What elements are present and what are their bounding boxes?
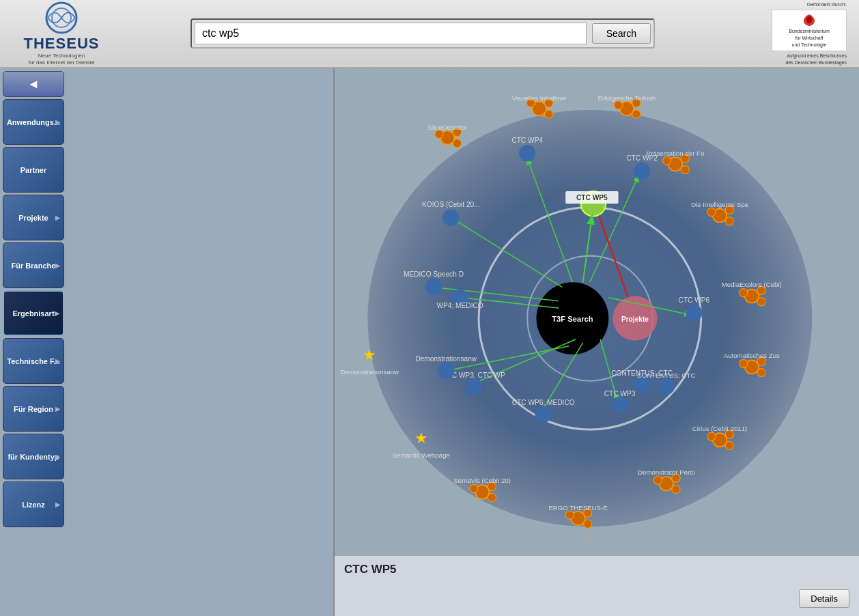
- back-button[interactable]: ◄: [3, 71, 64, 97]
- svg-text:Demonstrationsanw: Demonstrationsanw: [341, 368, 399, 376]
- filter-btn-ergebnisart[interactable]: Ergebnisart ▶: [3, 290, 64, 336]
- header: THESEUS Neue Technologienfür das Interne…: [0, 0, 859, 68]
- search-wrapper: Search: [191, 18, 655, 48]
- filter-column-2: SEUS Projektergebnis: [3, 529, 81, 616]
- sponsor-area: Gefördert durch: Bundesministerium für W…: [729, 1, 852, 66]
- filter-btn-partner[interactable]: Partner: [3, 147, 64, 193]
- arrow-right-icon: ▶: [55, 453, 60, 460]
- arrow-right-icon: ▶: [55, 501, 60, 508]
- filter-btn-technische[interactable]: Technische F... ▶: [3, 338, 64, 384]
- svg-point-33: [466, 378, 482, 395]
- svg-point-62: [681, 165, 689, 173]
- arrow-right-icon: ▶: [55, 358, 60, 365]
- svg-point-2: [806, 16, 812, 23]
- svg-text:T3F Search: T3F Search: [552, 315, 593, 323]
- logo-subtitle: Neue Technologienfür das Internet der Di…: [29, 53, 95, 66]
- svg-text:Demonstrationsanw: Demonstrationsanw: [415, 355, 477, 363]
- svg-text:★: ★: [414, 430, 428, 447]
- svg-text:SemaVis (Cebit 20): SemaVis (Cebit 20): [453, 477, 511, 484]
- info-title: CTC WP5: [344, 563, 849, 576]
- sponsor-beschluss1: aufgrund eines Beschlusses: [729, 53, 847, 59]
- svg-point-25: [519, 145, 535, 161]
- svg-point-58: [614, 101, 622, 109]
- arrow-right-icon: ▶: [55, 262, 60, 269]
- svg-point-102: [565, 511, 574, 519]
- bundesmin-line2: für Wirtschaft: [795, 35, 823, 42]
- filter-btn-kundentyp[interactable]: für Kundentyp ▶: [3, 434, 64, 479]
- svg-text:CTC WP4: CTC WP4: [511, 137, 543, 144]
- filter-column-1: ◄ Anwendungs... ▶ Partner Projekte ▶ Für…: [3, 71, 64, 527]
- svg-point-43: [438, 362, 454, 378]
- svg-point-35: [535, 406, 551, 422]
- svg-point-82: [725, 441, 733, 449]
- filter-btn-projekte[interactable]: Projekte ▶: [3, 195, 64, 240]
- svg-text:Automatisches Zus: Automatisches Zus: [724, 352, 780, 359]
- svg-point-96: [488, 493, 496, 501]
- details-button[interactable]: Details: [799, 589, 849, 608]
- svg-text:Präsentation der Fo: Präsentation der Fo: [647, 150, 705, 157]
- arrow-right-icon: ▶: [55, 119, 60, 126]
- svg-point-87: [453, 139, 461, 148]
- svg-text:Die Intelligente Spe: Die Intelligente Spe: [691, 201, 748, 208]
- svg-point-73: [740, 288, 748, 296]
- svg-point-27: [634, 163, 650, 179]
- svg-text:Erfolgreiche Teilnah: Erfolgreiche Teilnah: [597, 94, 656, 102]
- svg-point-106: [672, 485, 680, 493]
- svg-point-109: [658, 378, 675, 395]
- svg-point-72: [757, 298, 765, 306]
- arrow-right-icon: ▶: [55, 406, 60, 412]
- svg-text:CONTENTUS; CTC: CONTENTUS; CTC: [637, 372, 695, 379]
- sponsor-gefördert: Gefördert durch:: [729, 1, 847, 8]
- main-content: ◄ Anwendungs... ▶ Partner Projekte ▶ Für…: [0, 68, 859, 616]
- svg-point-68: [707, 208, 716, 216]
- svg-text:WP4; MEDICO: WP4; MEDICO: [436, 302, 483, 309]
- arrow-right-icon: ▶: [55, 310, 59, 317]
- svg-point-83: [707, 432, 716, 440]
- sponsor-logo-box: Bundesministerium für Wirtschaft und Tec…: [772, 10, 847, 51]
- svg-point-39: [425, 279, 442, 295]
- theseus-logo-icon: [41, 1, 82, 35]
- svg-point-101: [584, 520, 592, 528]
- svg-text:Cirius (Cebit 2011): Cirius (Cebit 2011): [692, 425, 748, 432]
- svg-point-107: [653, 476, 662, 484]
- svg-text:SliceDetector: SliceDetector: [428, 124, 468, 131]
- svg-text:Semantic Webpage: Semantic Webpage: [393, 451, 450, 459]
- svg-text:KOIOS (Cebit 20...: KOIOS (Cebit 20...: [422, 201, 480, 208]
- logo-area: THESEUS Neue Technologienfür das Interne…: [7, 1, 116, 66]
- svg-text:Demonstrator Perci: Demonstrator Perci: [638, 468, 694, 476]
- right-panel: T3F Search Projekte CTC WP5: [335, 68, 859, 616]
- svg-text:Visuelles Inhaltsve: Visuelles Inhaltsve: [512, 94, 567, 102]
- svg-text:★: ★: [363, 346, 376, 363]
- logo-text: THESEUS: [24, 35, 100, 53]
- svg-point-57: [632, 110, 640, 118]
- svg-point-78: [740, 359, 748, 367]
- filter-btn-anwendungs[interactable]: Anwendungs... ▶: [3, 99, 64, 145]
- filter-btn-region[interactable]: Für Region ▶: [3, 386, 64, 432]
- svg-point-37: [442, 209, 459, 225]
- svg-text:MediaExplore (Cebi): MediaExplore (Cebi): [722, 281, 782, 288]
- svg-point-67: [725, 217, 733, 225]
- svg-text:CTC WP6; MEDICO: CTC WP6; MEDICO: [512, 399, 575, 406]
- bundesmin-line3: und Technologie: [792, 42, 827, 48]
- search-bar-container: Search: [116, 18, 729, 48]
- graph-visualization: T3F Search Projekte CTC WP5: [335, 68, 859, 555]
- graph-container[interactable]: T3F Search Projekte CTC WP5: [335, 68, 859, 555]
- bundesmin-line1: Bundesministerium: [789, 28, 830, 35]
- svg-text:CTC WP3: CTC WP3: [604, 390, 636, 397]
- info-panel: CTC WP5 Details: [335, 555, 859, 616]
- svg-point-63: [663, 156, 671, 165]
- filter-btn-branche[interactable]: Für Branche ▶: [3, 242, 64, 288]
- filter-btn-lizenz[interactable]: Lizenz ▶: [3, 481, 64, 527]
- search-input[interactable]: [195, 23, 587, 44]
- svg-point-97: [470, 484, 478, 492]
- svg-point-77: [757, 368, 765, 376]
- search-button[interactable]: Search: [592, 23, 651, 44]
- svg-text:Projekte: Projekte: [621, 316, 649, 323]
- svg-text:CTC WP6: CTC WP6: [679, 296, 710, 304]
- svg-point-29: [686, 305, 702, 321]
- svg-text:CTC WP5: CTC WP5: [576, 194, 608, 201]
- bundesministerium-eagle: [799, 13, 819, 28]
- arrow-right-icon: ▶: [55, 214, 60, 221]
- sponsor-beschluss2: des Deutschen Bundestages: [729, 59, 847, 66]
- svg-point-88: [435, 130, 443, 139]
